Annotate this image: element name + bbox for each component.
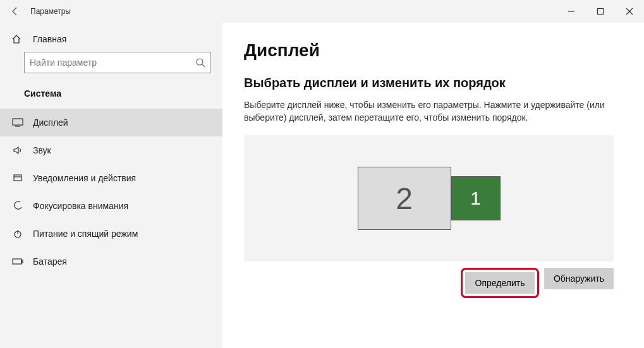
svg-rect-12 [13,259,21,264]
close-button[interactable] [615,0,644,23]
sidebar-item-focus[interactable]: Фокусировка внимания [0,192,222,220]
arrange-subheading: Выбрать дисплеи и изменить их порядок [244,76,623,90]
arrange-description: Выберите дисплей ниже, чтобы изменить ег… [244,99,623,124]
svg-rect-1 [598,9,604,15]
display-2[interactable]: 2 [358,167,451,230]
sidebar-item-power[interactable]: Питание и спящий режим [0,220,222,248]
identify-button[interactable]: Определить [465,272,535,294]
display-1[interactable]: 1 [451,176,501,220]
display-label: 2 [396,181,413,216]
sound-icon [11,145,24,155]
svg-line-5 [202,64,205,67]
sidebar-home-label: Главная [33,34,66,44]
sidebar-item-label: Звук [33,145,51,155]
display-arrange-area[interactable]: 2 1 [244,135,614,261]
sidebar-item-display[interactable]: Дисплей [0,109,222,136]
search-box[interactable] [24,52,211,73]
display-icon [11,118,24,127]
display-label: 1 [470,188,481,209]
highlight-annotation: Определить [461,268,539,298]
battery-icon [11,258,24,265]
main-content: Дисплей Выбрать дисплеи и изменить их по… [222,23,644,348]
minimize-button[interactable] [557,0,586,23]
sidebar: Главная Система Дисплей [0,23,222,348]
svg-point-4 [197,59,203,65]
search-input[interactable] [30,57,195,68]
sidebar-home[interactable]: Главная [0,32,222,52]
notification-icon [11,173,24,183]
home-icon [11,34,24,44]
sidebar-item-label: Дисплей [33,117,68,128]
detect-button[interactable]: Обнаружить [544,268,614,289]
sidebar-item-sound[interactable]: Звук [0,136,222,164]
window-title: Параметры [30,7,71,16]
sidebar-item-label: Уведомления и действия [33,173,136,183]
back-button[interactable] [0,6,30,16]
sidebar-item-label: Фокусировка внимания [33,201,128,211]
page-title: Дисплей [244,40,623,61]
search-icon [195,57,205,68]
sidebar-item-label: Питание и спящий режим [33,229,138,239]
svg-rect-13 [21,260,23,263]
focus-icon [11,201,24,211]
sidebar-item-battery[interactable]: Батарея [0,248,222,275]
sidebar-item-label: Батарея [33,256,67,267]
svg-rect-6 [13,119,23,125]
titlebar: Параметры [0,0,644,23]
maximize-button[interactable] [586,0,615,23]
sidebar-section-label: Система [0,85,222,109]
power-icon [11,229,24,239]
svg-rect-8 [14,175,21,181]
sidebar-item-notifications[interactable]: Уведомления и действия [0,164,222,192]
